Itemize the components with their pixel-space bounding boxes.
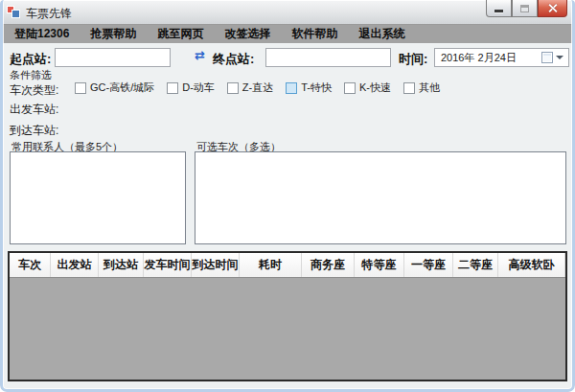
checkbox-icon[interactable] <box>227 82 239 94</box>
minimize-button[interactable] <box>486 0 512 17</box>
train-type-d-emu[interactable]: D-动车 <box>167 81 215 95</box>
checkbox-icon[interactable] <box>167 82 178 94</box>
menu-item-goto-web[interactable]: 跳至网页 <box>147 25 214 43</box>
maximize-button[interactable] <box>512 0 538 17</box>
origin-station-input[interactable] <box>55 48 171 67</box>
grid-column-header[interactable]: 一等座 <box>404 253 453 277</box>
grid-column-header[interactable]: 出发站 <box>51 253 99 277</box>
calendar-icon <box>541 52 553 63</box>
date-value: 2016年 2月24日 <box>435 51 541 65</box>
train-type-z-direct[interactable]: Z-直达 <box>227 81 273 95</box>
time-label: 时间: <box>399 51 427 68</box>
train-type-gc-highspeed[interactable]: GC-高铁/城际 <box>75 81 154 95</box>
train-type-t-express[interactable]: T-特快 <box>286 81 332 95</box>
menu-item-rebook-select[interactable]: 改签选择 <box>214 25 281 43</box>
grid-column-header[interactable]: 到达时间 <box>192 253 240 277</box>
grid-empty-body <box>10 278 565 380</box>
trains-grid[interactable]: 车次出发站到达站发车时间到达时间耗时商务座特等座一等座二等座高级软卧 <box>8 251 567 381</box>
trains-listbox[interactable] <box>195 151 566 244</box>
app-window: 车票先锋 登陆12306抢票帮助跳至网页改签选择软件帮助退出系统 起点站: ⇄ … <box>0 0 575 392</box>
train-type-option-label: 其他 <box>419 81 440 95</box>
departure-station-label: 出发车站: <box>10 102 58 118</box>
checkbox-icon[interactable] <box>75 82 86 94</box>
swap-stations-icon[interactable]: ⇄ <box>195 49 212 62</box>
train-type-other[interactable]: 其他 <box>403 81 440 95</box>
contacts-listbox[interactable] <box>10 151 186 244</box>
grid-column-header[interactable]: 商务座 <box>302 253 355 277</box>
filter-section-label: 条件筛选 <box>10 68 52 82</box>
grid-column-header[interactable]: 二等座 <box>453 253 498 277</box>
train-type-option-label: T-特快 <box>301 81 332 95</box>
train-type-k-fast[interactable]: K-快速 <box>344 81 391 95</box>
destination-station-input[interactable] <box>265 48 391 67</box>
date-picker[interactable]: 2016年 2月24日 <box>434 48 569 67</box>
checkbox-icon[interactable] <box>403 82 415 94</box>
grid-column-header[interactable]: 特等座 <box>355 253 404 277</box>
train-type-option-label: K-快速 <box>359 81 391 95</box>
grid-header: 车次出发站到达站发车时间到达时间耗时商务座特等座一等座二等座高级软卧 <box>10 253 565 278</box>
grid-column-header[interactable]: 发车时间 <box>144 253 192 277</box>
train-type-option-label: D-动车 <box>182 81 215 95</box>
train-type-label: 车次类型: <box>10 82 58 99</box>
arrival-station-label: 到达车站: <box>10 123 58 139</box>
checkbox-icon[interactable] <box>344 82 356 94</box>
app-icon <box>7 6 21 19</box>
grid-column-header[interactable]: 车次 <box>10 253 51 277</box>
grid-column-header[interactable]: 到达站 <box>99 253 144 277</box>
grid-column-header[interactable]: 耗时 <box>240 253 302 277</box>
window-controls <box>486 0 567 17</box>
menu-item-exit-system[interactable]: 退出系统 <box>348 25 415 43</box>
train-type-option-label: Z-直达 <box>242 81 273 95</box>
close-button[interactable] <box>538 0 567 17</box>
dropdown-arrow-icon[interactable] <box>556 56 564 59</box>
window-title: 车票先锋 <box>26 6 72 22</box>
client-area: 起点站: ⇄ 终点站: 时间: 2016年 2月24日 条件筛选 车次类型: G… <box>3 43 572 388</box>
menu-item-login-12306[interactable]: 登陆12306 <box>4 25 80 43</box>
minimize-icon <box>494 10 503 12</box>
maximize-icon <box>520 5 529 12</box>
checkbox-icon[interactable] <box>286 82 297 94</box>
origin-station-label: 起点站: <box>10 51 51 68</box>
destination-station-label: 终点站: <box>213 51 254 68</box>
train-type-option-label: GC-高铁/城际 <box>90 81 154 95</box>
menu-item-software-help[interactable]: 软件帮助 <box>281 25 348 43</box>
close-icon <box>548 4 557 12</box>
menu-bar: 登陆12306抢票帮助跳至网页改签选择软件帮助退出系统 <box>1 25 574 43</box>
grid-column-header[interactable]: 高级软卧 <box>498 253 565 277</box>
train-type-group: GC-高铁/城际D-动车Z-直达T-特快K-快速其他 <box>75 81 440 95</box>
menu-item-grab-help[interactable]: 抢票帮助 <box>80 25 147 43</box>
